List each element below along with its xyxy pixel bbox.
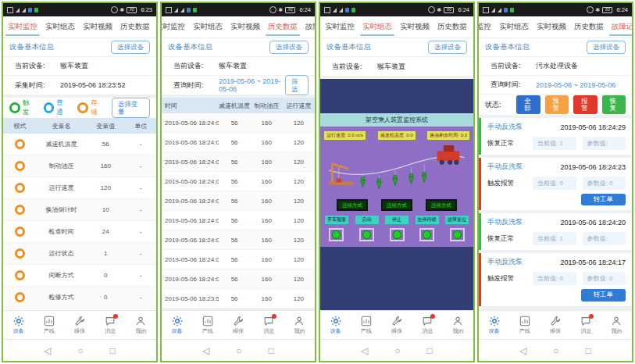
tab-realtime-config[interactable]: 实时组态 xyxy=(499,16,529,38)
table-row[interactable]: 2019-05-06 18:23:5956160120 xyxy=(162,289,315,309)
table-row[interactable]: 2019-05-06 18:24:0056160120 xyxy=(162,269,315,289)
nav-messages[interactable]: 消息 xyxy=(571,316,601,335)
back-button[interactable]: ◁ xyxy=(202,345,209,356)
tab-realtime-monitor[interactable]: 实时监控 xyxy=(8,16,37,38)
fault-record-card[interactable]: 手动反洗泵 2019-05-06 18:24:29 恢复正常 当前值: 1 参数… xyxy=(479,118,632,155)
fault-state: 触发报警 xyxy=(487,274,526,284)
table-row[interactable]: 2019-05-06 18:24:0656160120 xyxy=(162,152,315,172)
tab-realtime-video[interactable]: 实时视频 xyxy=(400,16,430,38)
col-mode: 模式 xyxy=(3,122,37,130)
fault-record-card[interactable]: 手动反洗泵 2019-05-06 18:24:17 触发报警 当前值: 0 参数… xyxy=(479,253,632,305)
recents-button[interactable]: □ xyxy=(427,345,433,356)
filter-all-button[interactable]: 全部 xyxy=(516,95,540,115)
filter-recover-button[interactable]: 恢复 xyxy=(602,95,626,115)
nav-production-line[interactable]: 产线 xyxy=(351,316,381,335)
tab-history-data[interactable]: 历史数据 xyxy=(268,16,298,38)
recents-button[interactable]: □ xyxy=(110,345,116,356)
back-button[interactable]: ◁ xyxy=(44,345,51,356)
select-device-button[interactable]: 选择设备 xyxy=(428,41,467,53)
indicator-button[interactable] xyxy=(359,228,374,241)
nav-device[interactable]: 设备 xyxy=(162,316,192,335)
select-device-button[interactable]: 选择设备 xyxy=(111,41,150,53)
select-device-button[interactable]: 选择设备 xyxy=(269,41,309,53)
indicator-button[interactable] xyxy=(329,228,344,241)
tab-realtime-monitor[interactable]: 实时监控 xyxy=(325,16,355,38)
create-work-order-button[interactable]: 转工单 xyxy=(581,194,626,205)
select-variable-button[interactable]: 选择变量 xyxy=(112,98,150,118)
nav-profile[interactable]: 我的 xyxy=(443,316,473,335)
home-button[interactable]: ○ xyxy=(77,345,83,356)
nav-messages[interactable]: 消息 xyxy=(95,316,126,335)
sim-card-icon xyxy=(7,7,13,13)
table-row[interactable]: 2019-05-06 18:24:0556160120 xyxy=(162,172,315,191)
nav-maintenance[interactable]: 维保 xyxy=(64,316,95,335)
filter-button[interactable]: 筛选 xyxy=(285,75,309,95)
back-button[interactable]: ◁ xyxy=(361,345,368,356)
table-row[interactable]: 2019-05-06 18:24:0256160120 xyxy=(162,230,315,250)
filter-alarm-button[interactable]: 报警 xyxy=(573,95,598,115)
tab-fault-record[interactable]: 故障记录 xyxy=(305,16,315,38)
nav-production-line[interactable]: 产线 xyxy=(34,316,64,335)
table-row[interactable]: 制动油压160- xyxy=(3,155,156,177)
tab-realtime-video[interactable]: 实时视频 xyxy=(83,16,112,38)
table-row[interactable]: 间断方式0- xyxy=(3,265,156,287)
nav-profile[interactable]: 我的 xyxy=(601,316,632,335)
table-row[interactable]: 运行状态1- xyxy=(3,243,156,265)
back-button[interactable]: ◁ xyxy=(519,345,526,356)
select-device-button[interactable]: 选择设备 xyxy=(587,41,626,53)
table-row[interactable]: 换油倒计时10- xyxy=(3,199,156,221)
table-row[interactable]: 2019-05-06 18:24:0856160120 xyxy=(162,113,315,133)
nav-maintenance[interactable]: 维保 xyxy=(540,316,570,335)
nav-messages[interactable]: 消息 xyxy=(254,316,284,335)
query-range[interactable]: 2019-05-06 ~ 2019-05-06 xyxy=(536,81,615,89)
tab-realtime-video[interactable]: 实时视频 xyxy=(537,16,566,38)
table-row[interactable]: 2019-05-06 18:24:0156160120 xyxy=(162,250,315,269)
signal-icon xyxy=(16,8,20,12)
nav-maintenance[interactable]: 维保 xyxy=(223,316,253,335)
nav-messages[interactable]: 消息 xyxy=(412,316,443,335)
filter-warning-button[interactable]: 预警 xyxy=(545,95,569,115)
tab-realtime-video[interactable]: 实时视频 xyxy=(230,16,260,38)
home-button[interactable]: ○ xyxy=(236,345,241,356)
nav-production-line[interactable]: 产线 xyxy=(192,316,223,335)
query-range[interactable]: 2019-05-06 ~ 2019-05-06 xyxy=(219,77,285,93)
tab-history-data[interactable]: 历史数据 xyxy=(574,16,604,38)
home-button[interactable]: ○ xyxy=(394,345,400,356)
tab-realtime-config[interactable]: 实时组态 xyxy=(362,16,392,38)
table-row[interactable]: 2019-05-06 18:24:0356160120 xyxy=(162,211,315,230)
table-row[interactable]: 减速机温度56- xyxy=(3,134,156,155)
gear-icon xyxy=(330,316,341,327)
recents-button[interactable]: □ xyxy=(586,345,591,356)
table-row[interactable]: 2019-05-06 18:24:0756160120 xyxy=(162,133,315,152)
nav-profile[interactable]: 我的 xyxy=(126,316,156,335)
tab-realtime-config[interactable]: 实时组态 xyxy=(193,16,223,38)
table-row[interactable]: 检修方式0- xyxy=(3,287,156,309)
recents-button[interactable]: □ xyxy=(269,345,274,356)
nav-device[interactable]: 设备 xyxy=(3,316,34,335)
fault-record-card[interactable]: 手动反洗泵 2019-05-06 18:24:23 触发报警 当前值: 0 参数… xyxy=(479,158,632,210)
tab-history-data[interactable]: 历史数据 xyxy=(120,16,150,38)
nav-maintenance[interactable]: 维保 xyxy=(381,316,412,335)
tab-fault-record[interactable]: 故障记录 xyxy=(612,16,632,38)
table-row[interactable]: 检查时间24- xyxy=(3,221,156,243)
nav-device[interactable]: 设备 xyxy=(320,316,351,335)
indicator-button[interactable] xyxy=(419,228,434,241)
table-row[interactable]: 2019-05-06 18:24:0456160120 xyxy=(162,191,315,211)
fault-record-card[interactable]: 手动反洗泵 2019-05-06 18:24:20 恢复正常 当前值: 1 参数… xyxy=(479,213,632,250)
fault-point-name: 手动反洗泵 xyxy=(487,217,523,227)
tab-realtime-monitor[interactable]: 实时监控 xyxy=(162,16,185,38)
home-button[interactable]: ○ xyxy=(553,345,558,356)
tab-realtime-config[interactable]: 实时组态 xyxy=(45,16,75,38)
tab-history-data[interactable]: 历史数据 xyxy=(437,16,467,38)
notification-icon-green xyxy=(351,8,355,12)
create-work-order-button[interactable]: 转工单 xyxy=(581,289,626,301)
unread-badge xyxy=(272,314,276,319)
indicator-button[interactable] xyxy=(390,228,405,241)
table-row[interactable]: 运行速度120- xyxy=(3,177,156,199)
nav-device[interactable]: 设备 xyxy=(479,316,509,335)
indicator-button[interactable] xyxy=(450,228,465,241)
start-label: 启动 xyxy=(355,216,379,224)
tab-realtime-monitor[interactable]: 实时监控 xyxy=(479,16,491,38)
nav-profile[interactable]: 我的 xyxy=(284,316,315,335)
nav-production-line[interactable]: 产线 xyxy=(509,316,540,335)
